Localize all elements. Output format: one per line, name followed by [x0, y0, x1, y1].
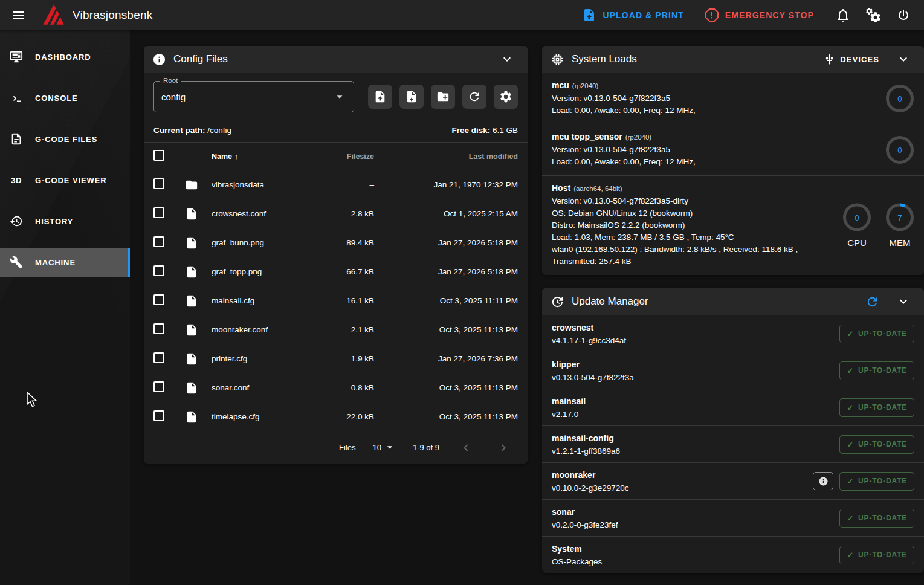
mem-gauge: 7	[886, 204, 914, 231]
file-settings-button[interactable]	[494, 85, 518, 109]
file-row-printer-cfg[interactable]: printer.cfg 1.9 kB Jan 27, 2026 7:36 PM	[144, 344, 528, 373]
file-row-graf-bunn-png[interactable]: graf_bunn.png 89.4 kB Jan 27, 2026 5:18 …	[144, 228, 528, 257]
usb-icon	[824, 54, 835, 65]
file-name: mainsail.cfg	[212, 296, 308, 305]
file-name: moonraker.conf	[212, 325, 308, 334]
up-to-date-button[interactable]: ✓ UP-TO-DATE	[839, 435, 914, 454]
mcu-details: Version: v0.13.0-504-g7f822f3a5 Load: 0.…	[552, 92, 914, 117]
collapse-config-files-icon[interactable]	[495, 47, 519, 71]
sidebar-item-g-code-files[interactable]: G-CODE FILES	[0, 124, 130, 154]
row-checkbox[interactable]	[153, 294, 164, 305]
notifications-bell-icon[interactable]	[831, 3, 855, 27]
host-load-section: Host(aarch64, 64bit) Version: v0.13.0-50…	[542, 175, 924, 275]
chevron-down-icon	[333, 90, 346, 103]
update-entry-moonraker: moonraker v0.10.0-2-g3e29720c ✓ UP-TO-DA…	[542, 462, 924, 499]
column-name[interactable]: Name↑	[212, 152, 308, 161]
refresh-files-button[interactable]	[462, 85, 486, 109]
file-icon	[185, 352, 198, 366]
row-checkbox[interactable]	[153, 236, 164, 247]
file-row-mainsail-cfg[interactable]: mainsail.cfg 16.1 kB Oct 3, 2025 11:11 P…	[144, 286, 528, 315]
row-checkbox[interactable]	[153, 410, 164, 421]
file-row-graf-topp-png[interactable]: graf_topp.png 66.7 kB Jan 27, 2026 5:18 …	[144, 257, 528, 286]
power-icon[interactable]	[891, 3, 916, 27]
menu-icon[interactable]	[6, 3, 30, 27]
commit-info-button[interactable]	[813, 472, 833, 490]
file-size: 66.7 kB	[308, 267, 374, 276]
column-filesize[interactable]: Filesize	[308, 152, 374, 161]
sidebar-item-dashboard[interactable]: DASHBOARD	[0, 42, 130, 71]
update-component-version: v4.1.17-1-g9cc3d4af	[552, 336, 839, 345]
row-checkbox[interactable]	[153, 352, 164, 363]
sidebar-item-machine[interactable]: MACHINE	[0, 248, 130, 277]
column-last-modified[interactable]: Last modified	[374, 152, 518, 161]
upload-print-button[interactable]: UPLOAD & PRINT	[573, 3, 692, 27]
file-modified: Oct 3, 2025 11:13 PM	[374, 412, 518, 421]
chevron-down-icon	[384, 441, 396, 453]
file-icon	[185, 410, 198, 424]
sidebar-item-history[interactable]: HISTORY	[0, 207, 130, 236]
update-entry-system: System OS-Packages ✓ UP-TO-DATE	[542, 536, 924, 573]
file-row-crowsnest-conf[interactable]: crowsnest.conf 2.8 kB Oct 1, 2025 2:15 A…	[144, 199, 528, 228]
update-component-name: moonraker	[552, 470, 813, 480]
mem-gauge-label: MEM	[890, 238, 911, 248]
row-checkbox[interactable]	[153, 323, 164, 334]
gear-icon	[499, 90, 512, 103]
update-manager-title: Update Manager	[572, 296, 853, 308]
files-per-page-select[interactable]: 10	[371, 439, 396, 456]
machine-wrench-icon	[10, 256, 23, 269]
root-select[interactable]: Root config	[153, 81, 354, 112]
row-checkbox[interactable]	[153, 207, 164, 218]
update-icon	[551, 295, 564, 309]
page-range: 1-9 of 9	[413, 443, 439, 452]
check-updates-refresh-icon[interactable]	[860, 289, 884, 314]
sidebar-item-console[interactable]: CONSOLE	[0, 83, 130, 112]
check-icon: ✓	[847, 403, 854, 412]
config-files-panel: Config Files Root config	[144, 46, 528, 464]
update-component-version: v0.2.0-0-g3fe23fef	[552, 520, 839, 529]
file-size: 2.8 kB	[308, 209, 374, 218]
up-to-date-button[interactable]: ✓ UP-TO-DATE	[839, 509, 914, 528]
file-row-timelapse-cfg[interactable]: timelapse.cfg 22.0 kB Oct 3, 2025 11:13 …	[144, 402, 528, 431]
update-manager-header: Update Manager	[542, 288, 924, 315]
check-icon: ✓	[847, 440, 854, 449]
file-name: crowsnest.conf	[212, 209, 308, 218]
collapse-system-loads-icon[interactable]	[891, 47, 916, 71]
next-page-icon[interactable]	[493, 437, 514, 459]
info-icon	[818, 476, 829, 486]
file-upload-icon	[373, 90, 387, 103]
file-row-sonar-conf[interactable]: sonar.conf 0.8 kB Oct 3, 2025 11:13 PM	[144, 373, 528, 402]
root-select-value: config	[161, 92, 333, 102]
gcode-viewer-3d-icon: 3D	[11, 176, 22, 185]
file-row-moonraker-conf[interactable]: moonraker.conf 2.1 kB Oct 3, 2025 11:13 …	[144, 315, 528, 344]
folder-plus-icon	[436, 90, 450, 103]
mcu-name: mcu topp_sensor	[552, 132, 622, 141]
create-folder-button[interactable]	[431, 85, 455, 109]
dashboard-icon	[10, 50, 23, 63]
sidebar-item-g-code-viewer[interactable]: 3D G-CODE VIEWER	[0, 166, 130, 195]
upload-file-button[interactable]	[368, 85, 392, 109]
files-pagination: Files 10 1-9 of 9	[144, 431, 528, 464]
check-icon: ✓	[847, 514, 854, 523]
create-file-button[interactable]	[399, 85, 424, 109]
up-to-date-button[interactable]: ✓ UP-TO-DATE	[839, 325, 914, 343]
select-all-checkbox[interactable]	[153, 150, 164, 161]
previous-page-icon[interactable]	[455, 437, 477, 459]
row-checkbox[interactable]	[153, 265, 164, 276]
file-name: graf_bunn.png	[212, 238, 308, 247]
system-loads-panel: System Loads DEVICES mcu(rp2040) Version…	[542, 46, 924, 275]
row-checkbox[interactable]	[153, 178, 164, 189]
interface-settings-gears-icon[interactable]	[861, 3, 885, 27]
console-icon	[10, 91, 23, 105]
history-icon	[10, 215, 23, 228]
up-to-date-button[interactable]: ✓ UP-TO-DATE	[839, 546, 914, 564]
host-details: Version: v0.13.0-504-g7f822f3a5-dirty OS…	[552, 195, 842, 268]
up-to-date-button[interactable]: ✓ UP-TO-DATE	[839, 361, 914, 380]
emergency-stop-button[interactable]: EMERGENCY STOP	[696, 3, 822, 27]
mcu-load-gauge: 0	[886, 85, 914, 112]
up-to-date-button[interactable]: ✓ UP-TO-DATE	[839, 472, 914, 491]
devices-button[interactable]: DEVICES	[819, 50, 884, 69]
row-checkbox[interactable]	[153, 381, 164, 392]
collapse-update-manager-icon[interactable]	[891, 289, 916, 314]
file-row-vibrasjonsdata[interactable]: vibrasjonsdata – Jan 21, 1970 12:32 PM	[144, 170, 528, 199]
up-to-date-button[interactable]: ✓ UP-TO-DATE	[839, 398, 914, 417]
